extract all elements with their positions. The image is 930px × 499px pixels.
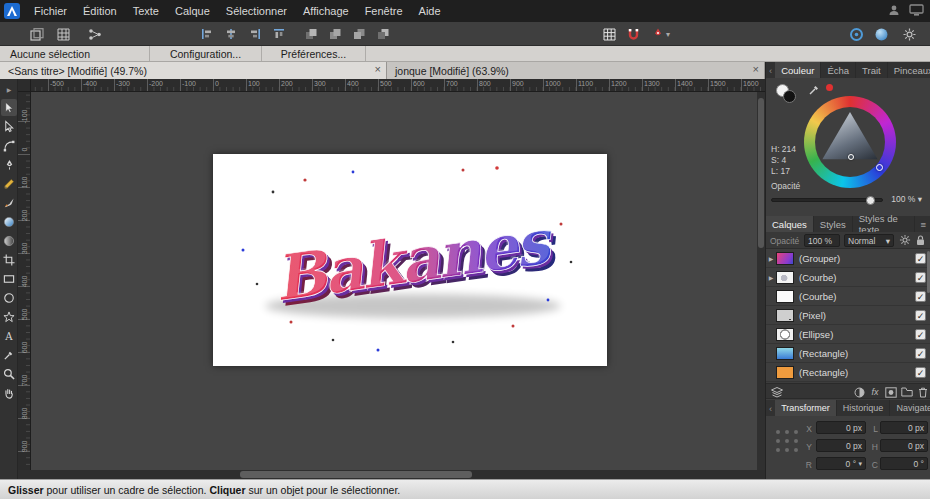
align-center-icon[interactable] bbox=[220, 25, 242, 43]
move-tool[interactable] bbox=[1, 99, 17, 116]
tab-echantillons[interactable]: Écha bbox=[821, 62, 856, 78]
layer-row[interactable]: (Rectangle) ✓ bbox=[766, 363, 930, 382]
pen-tool[interactable] bbox=[1, 156, 17, 173]
color-wheel[interactable] bbox=[804, 96, 896, 188]
height-input[interactable]: 0 px bbox=[880, 439, 928, 452]
lock-icon[interactable] bbox=[915, 234, 926, 248]
tab-trait[interactable]: Trait bbox=[856, 62, 888, 78]
color-sphere-icon[interactable] bbox=[870, 25, 892, 43]
show-grid-icon[interactable] bbox=[598, 25, 620, 43]
color-cycle-icon[interactable] bbox=[845, 25, 867, 43]
blend-gear-icon[interactable] bbox=[899, 234, 911, 248]
tab-pinceaux[interactable]: Pinceaux bbox=[888, 62, 930, 78]
horizontal-scrollbar-thumb[interactable] bbox=[240, 471, 472, 478]
group-icon[interactable] bbox=[900, 386, 914, 398]
gear-icon[interactable] bbox=[898, 25, 920, 43]
vertical-ruler[interactable]: -100010020030040050060070080090010001100 bbox=[18, 92, 31, 470]
zoom-tool[interactable] bbox=[1, 365, 17, 382]
shear-input[interactable]: 0 ° bbox=[880, 457, 928, 470]
grid-settings-icon[interactable] bbox=[52, 25, 74, 43]
pen-preset-icon[interactable]: ▾ bbox=[646, 25, 676, 43]
opacity-slider[interactable] bbox=[771, 198, 883, 202]
doc-tab-jonque[interactable]: jonque [Modifié] (63.9%) × bbox=[387, 62, 765, 79]
layer-row[interactable]: (Rectangle) ✓ bbox=[766, 344, 930, 363]
close-tab-icon[interactable]: × bbox=[375, 63, 381, 75]
configuration-button[interactable]: Configuration... bbox=[150, 46, 262, 61]
opacity-slider-thumb[interactable] bbox=[866, 196, 875, 205]
x-input[interactable]: 0 px bbox=[816, 421, 866, 434]
move-to-back-icon[interactable] bbox=[372, 25, 394, 43]
share-icon[interactable] bbox=[84, 25, 106, 43]
tools-expander-icon[interactable]: ▶ bbox=[1, 81, 17, 98]
expander-icon[interactable]: ▶ bbox=[766, 274, 776, 281]
doc-tab-sans-titre[interactable]: <Sans titre> [Modifié] (49.7%) × bbox=[0, 62, 387, 79]
pencil-tool[interactable] bbox=[1, 175, 17, 192]
layer-row[interactable]: ▶ (Grouper) ✓ bbox=[766, 249, 930, 268]
adjustment-icon[interactable] bbox=[852, 386, 866, 398]
tab-transformer[interactable]: Transformer bbox=[775, 400, 837, 416]
vertical-scrollbar[interactable] bbox=[757, 92, 765, 470]
tab-styles-texte[interactable]: Styles de texte bbox=[853, 216, 916, 232]
anchor-point-selector[interactable] bbox=[774, 428, 800, 454]
collapse-panel-icon[interactable]: ‹ bbox=[766, 400, 775, 416]
node-tool[interactable] bbox=[1, 118, 17, 135]
layer-row[interactable]: (Ellipse) ✓ bbox=[766, 325, 930, 344]
layers-stack-icon[interactable] bbox=[770, 386, 784, 398]
text-tool[interactable]: A bbox=[1, 327, 17, 344]
corner-tool[interactable] bbox=[1, 137, 17, 154]
artboard[interactable]: Bakanes Bakanes Bakanes Bakanes bbox=[213, 154, 607, 366]
snapping-icon[interactable] bbox=[622, 25, 644, 43]
tab-calques[interactable]: Calques bbox=[766, 216, 814, 232]
horizontal-scrollbar[interactable] bbox=[18, 470, 765, 479]
pan-tool[interactable] bbox=[1, 384, 17, 401]
eyedropper-icon[interactable] bbox=[808, 83, 821, 98]
fx-icon[interactable]: fx bbox=[868, 386, 882, 398]
menu-texte[interactable]: Texte bbox=[125, 0, 167, 22]
align-top-icon[interactable] bbox=[268, 25, 290, 43]
y-input[interactable]: 0 px bbox=[816, 439, 866, 452]
blend-mode-dropdown[interactable]: Normal▾ bbox=[844, 234, 894, 247]
layer-visibility-checkbox[interactable]: ✓ bbox=[915, 272, 926, 283]
layer-visibility-checkbox[interactable]: ✓ bbox=[915, 310, 926, 321]
display-icon[interactable] bbox=[909, 3, 924, 19]
menu-fichier[interactable]: Fichier bbox=[26, 0, 75, 22]
layer-visibility-checkbox[interactable]: ✓ bbox=[915, 348, 926, 359]
mask-icon[interactable] bbox=[884, 386, 898, 398]
panel-menu-icon[interactable]: ≡ bbox=[915, 216, 930, 232]
rotation-input[interactable]: 0 ° ▾ bbox=[816, 457, 866, 470]
account-icon[interactable] bbox=[887, 3, 901, 19]
brush-tool[interactable] bbox=[1, 194, 17, 211]
layer-visibility-checkbox[interactable]: ✓ bbox=[915, 253, 926, 264]
opacity-value[interactable]: 100 % ▾ bbox=[888, 194, 922, 205]
layer-row[interactable]: (Courbe) ✓ bbox=[766, 287, 930, 306]
tab-couleur[interactable]: Couleur bbox=[775, 62, 821, 78]
collapse-panel-icon[interactable]: ‹ bbox=[766, 62, 775, 78]
layer-opacity-dropdown[interactable]: 100 % bbox=[804, 234, 840, 247]
menu-affichage[interactable]: Affichage bbox=[295, 0, 357, 22]
sl-selector-dot[interactable] bbox=[848, 154, 854, 160]
ellipse-tool[interactable] bbox=[1, 289, 17, 306]
fill-tool[interactable] bbox=[1, 213, 17, 230]
layer-visibility-checkbox[interactable]: ✓ bbox=[915, 367, 926, 378]
vertical-scrollbar-thumb[interactable] bbox=[758, 98, 764, 248]
layer-visibility-checkbox[interactable]: ✓ bbox=[915, 329, 926, 340]
close-tab-icon[interactable]: × bbox=[753, 63, 759, 75]
menu-calque[interactable]: Calque bbox=[167, 0, 218, 22]
menu-aide[interactable]: Aide bbox=[411, 0, 449, 22]
layer-row[interactable]: (Pixel) ✓ bbox=[766, 306, 930, 325]
canvas[interactable]: Bakanes Bakanes Bakanes Bakanes bbox=[31, 92, 757, 470]
menu-selectionner[interactable]: Sélectionner bbox=[218, 0, 295, 22]
horizontal-ruler[interactable]: -500-400-300-200-10001002003004005006007… bbox=[31, 79, 765, 92]
layer-row[interactable]: ▶ (Courbe) ✓ bbox=[766, 268, 930, 287]
align-right-icon[interactable] bbox=[244, 25, 266, 43]
align-left-icon[interactable] bbox=[196, 25, 218, 43]
menu-fenetre[interactable]: Fenêtre bbox=[357, 0, 411, 22]
move-forward-icon[interactable] bbox=[324, 25, 346, 43]
tab-navigateur[interactable]: Navigateur bbox=[890, 400, 930, 416]
move-backward-icon[interactable] bbox=[348, 25, 370, 43]
tab-historique[interactable]: Historique bbox=[837, 400, 891, 416]
move-to-front-icon[interactable] bbox=[300, 25, 322, 43]
crop-tool[interactable] bbox=[1, 251, 17, 268]
delete-icon[interactable] bbox=[916, 386, 930, 398]
transparency-tool[interactable] bbox=[1, 232, 17, 249]
